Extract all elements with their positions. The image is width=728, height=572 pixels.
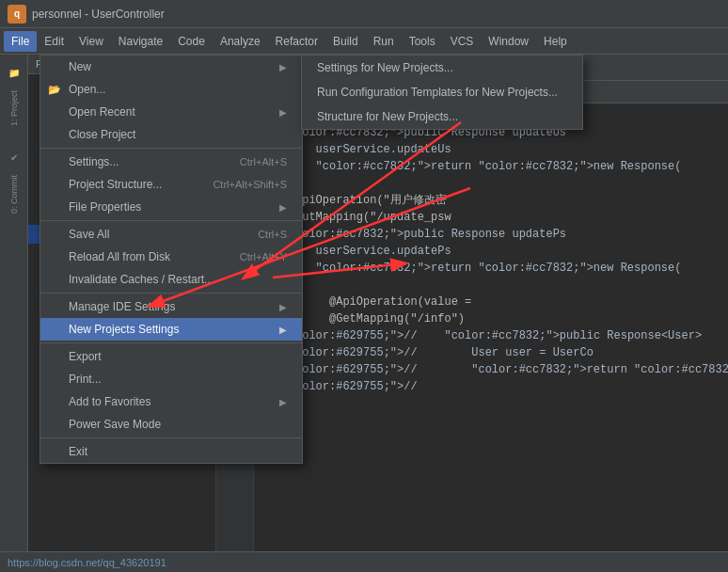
status-url: https://blog.csdn.net/qq_43620191 (8, 557, 166, 568)
menu-new-projects-settings[interactable]: New Projects Settings▶ (40, 318, 302, 341)
menu-build[interactable]: Build (325, 31, 366, 52)
code-line: } (261, 175, 720, 192)
menu-reload-all[interactable]: Reload All from DiskCtrl+Alt+Y (40, 246, 302, 268)
code-line: "color:#cc7832;">return "color:#cc7832;"… (261, 260, 720, 277)
menu-file-properties[interactable]: File Properties▶ (40, 196, 302, 218)
menu-analyze[interactable]: Analyze (213, 31, 268, 52)
project-icon[interactable]: 📁 (2, 60, 26, 85)
menu-manage-ide[interactable]: Manage IDE Settings▶ (40, 295, 302, 318)
divider-1 (40, 148, 302, 149)
menu-print[interactable]: Print... (40, 368, 302, 390)
project-label: 1: Project (9, 90, 19, 126)
activity-sidebar: 📁 1: Project ✔ 0: Commit (0, 55, 28, 572)
commit-icon[interactable]: ✔ (2, 145, 26, 169)
status-bar: https://blog.csdn.net/qq_43620191 (0, 551, 728, 572)
divider-4 (40, 342, 302, 343)
divider-3 (40, 293, 302, 294)
menu-new[interactable]: New▶ (40, 56, 302, 78)
menu-invalidate-caches[interactable]: Invalidate Caches / Restart... (40, 268, 302, 291)
code-line: @PutMapping("/update_psw (261, 209, 720, 226)
code-line: // @ApiOperation(value = (261, 294, 720, 310)
submenu-run-config[interactable]: Run Configuration Templates for New Proj… (302, 80, 582, 104)
menu-open-recent[interactable]: Open Recent▶ (40, 101, 302, 123)
app-logo: q (8, 5, 26, 24)
menu-view[interactable]: View (71, 31, 111, 52)
menu-project-structure[interactable]: Project Structure...Ctrl+Alt+Shift+S (40, 173, 302, 196)
new-projects-submenu: Settings for New Projects... Run Configu… (301, 55, 583, 130)
menu-edit[interactable]: Edit (37, 31, 71, 52)
menu-close-project[interactable]: Close Project (40, 123, 302, 146)
menu-refactor[interactable]: Refactor (268, 31, 325, 52)
file-menu-dropdown: New▶ 📂 Open... Open Recent▶ Close Projec… (40, 55, 303, 464)
menu-tools[interactable]: Tools (402, 31, 443, 52)
code-line: @ApiOperation("用户修改密 (261, 192, 720, 209)
code-line: } (261, 277, 720, 294)
code-content[interactable]: @PutMapping("/update_use "color:#cc7832;… (254, 103, 728, 572)
code-line: // @GetMapping("/info") (261, 310, 720, 327)
menu-save-all[interactable]: Save AllCtrl+S (40, 223, 302, 246)
menu-vcs[interactable]: VCS (443, 31, 482, 52)
title-bar: q personnel - UserController (0, 0, 728, 28)
menu-export[interactable]: Export (40, 345, 302, 368)
submenu-settings-for-new[interactable]: Settings for New Projects... (302, 56, 582, 80)
code-line: "color:#629755;">// (261, 378, 720, 395)
menu-navigate[interactable]: Navigate (111, 31, 170, 52)
menu-window[interactable]: Window (481, 31, 536, 52)
menu-power-save[interactable]: Power Save Mode (40, 413, 302, 436)
menu-settings[interactable]: Settings...Ctrl+Alt+S (40, 151, 302, 173)
menu-help[interactable]: Help (536, 31, 575, 52)
code-line: "color:#cc7832;">return "color:#cc7832;"… (261, 158, 720, 175)
code-line: "color:#629755;">// User user = UserCo (261, 344, 720, 361)
code-line: "color:#cc7832;">public Response updateP… (261, 226, 720, 243)
divider-2 (40, 220, 302, 221)
open-icon: 📂 (48, 84, 61, 96)
window-title: personnel - UserController (32, 8, 165, 21)
menu-run[interactable]: Run (366, 31, 402, 52)
menu-add-to-favorites[interactable]: Add to Favorites▶ (40, 390, 302, 413)
menu-code[interactable]: Code (170, 31, 213, 52)
menu-bar: File Edit View Navigate Code Analyze Ref… (0, 28, 728, 55)
menu-exit[interactable]: Exit (40, 440, 302, 463)
submenu-structure[interactable]: Structure for New Projects... (302, 104, 582, 129)
code-line: "color:#629755;">// "color:#cc7832;">ret… (261, 361, 720, 378)
code-line: userService.updatePs (261, 243, 720, 260)
menu-open[interactable]: 📂 Open... (40, 78, 302, 101)
code-line: userService.updateUs (261, 141, 720, 158)
code-line: "color:#629755;">// "color:#cc7832;">pub… (261, 327, 720, 344)
divider-5 (40, 437, 302, 438)
commit-label: 0: Commit (9, 175, 19, 214)
menu-file[interactable]: File (4, 31, 37, 52)
